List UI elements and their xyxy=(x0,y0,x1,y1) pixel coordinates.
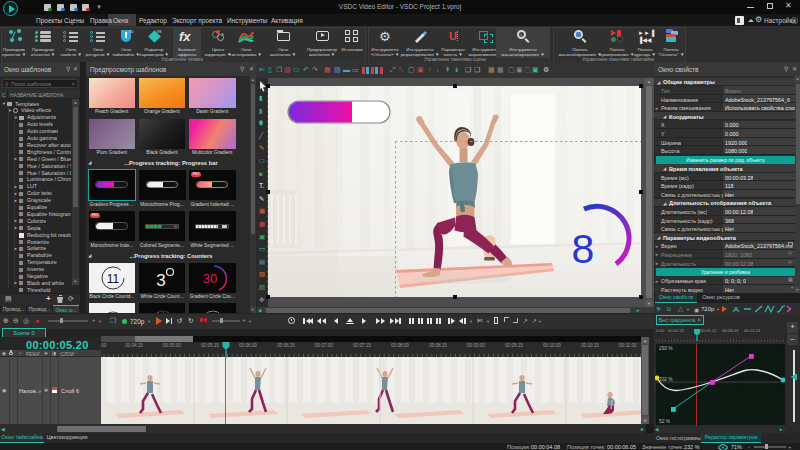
svg-text:52 %: 52 % xyxy=(659,419,671,424)
svg-text:3: 3 xyxy=(156,271,165,290)
svg-text:293 %: 293 % xyxy=(659,346,673,351)
svg-text:30: 30 xyxy=(203,271,217,286)
svg-text:11: 11 xyxy=(106,272,119,286)
svg-text:202 %: 202 % xyxy=(659,377,673,382)
